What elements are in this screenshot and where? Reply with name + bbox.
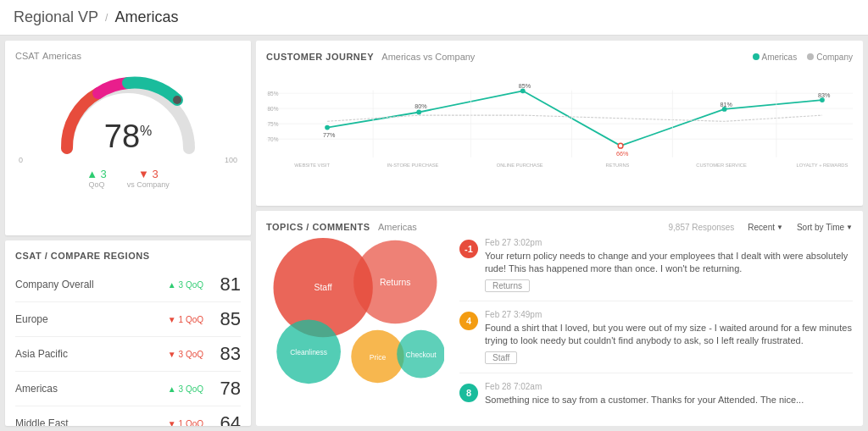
comment-tag[interactable]: Returns bbox=[485, 279, 530, 292]
journey-title: Customer Journey Americas vs Company bbox=[266, 51, 475, 63]
legend-company: Company bbox=[807, 52, 853, 62]
comment-item: 8 Feb 28 7:02am Something nice to say fr… bbox=[459, 382, 853, 416]
region-qoq: ▲ 3 QoQ bbox=[168, 384, 203, 394]
comments-list: -1 Feb 27 3:02pm Your return policy need… bbox=[459, 238, 853, 416]
region-item: Middle East ▼ 1 QoQ 64 bbox=[15, 406, 241, 426]
comment-text: Your return policy needs to change and y… bbox=[485, 250, 853, 276]
comment-body: Feb 27 3:02pm Your return policy needs t… bbox=[485, 238, 853, 292]
csat-title: CSAT Americas bbox=[15, 51, 241, 61]
region-name: Company Overall bbox=[15, 279, 168, 290]
comment-date: Feb 27 3:02pm bbox=[485, 238, 853, 247]
journey-header: Customer Journey Americas vs Company Ame… bbox=[266, 51, 853, 63]
region-score: 81 bbox=[214, 274, 241, 296]
svg-text:66%: 66% bbox=[616, 150, 629, 157]
svg-text:RETURNS: RETURNS bbox=[606, 163, 630, 168]
topics-header: Topics / Comments Americas 9,857 Respons… bbox=[266, 221, 853, 233]
svg-text:80%: 80% bbox=[415, 102, 427, 110]
svg-text:Staff: Staff bbox=[314, 283, 332, 292]
journey-chart: 85% 80% 75% 70% 77% bbox=[266, 66, 853, 185]
csat-region: Americas bbox=[42, 51, 81, 61]
left-column: CSAT Americas bbox=[5, 41, 251, 426]
region-score: 83 bbox=[214, 343, 241, 365]
gauge-container: 78% bbox=[52, 68, 204, 152]
region-item: Americas ▲ 3 QoQ 78 bbox=[15, 372, 241, 406]
svg-text:Cleanliness: Cleanliness bbox=[290, 348, 327, 356]
svg-point-12 bbox=[618, 143, 623, 148]
comment-body: Feb 27 3:49pm Found a shirt that I loved… bbox=[485, 310, 853, 364]
topics-bubbles: Staff Returns Cleanliness Price bbox=[266, 238, 453, 416]
gauge-min: 0 bbox=[19, 156, 23, 164]
region-qoq: ▼ 3 QoQ bbox=[168, 350, 203, 359]
region-list: Company Overall ▲ 3 QoQ 81 Europe ▼ 1 Qo… bbox=[15, 268, 241, 426]
svg-text:85%: 85% bbox=[519, 82, 531, 90]
region-item: Asia Pacific ▼ 3 QoQ 83 bbox=[15, 337, 241, 372]
compare-card: CSAT / Compare Regions Company Overall ▲… bbox=[5, 240, 251, 426]
svg-point-9 bbox=[325, 125, 330, 130]
gauge-stats: ▲ 3 QoQ ▼ 3 vs Company bbox=[15, 168, 241, 189]
page-container: Regional VP / Americas CSAT Americas bbox=[0, 0, 868, 431]
comment-body: Feb 28 7:02am Something nice to say from… bbox=[485, 382, 853, 410]
svg-point-10 bbox=[416, 110, 421, 115]
csat-card: CSAT Americas bbox=[5, 41, 251, 235]
stat-company-label: vs Company bbox=[127, 180, 170, 189]
topics-responses: 9,857 Responses bbox=[668, 223, 734, 232]
region-item: Europe ▼ 1 QoQ 85 bbox=[15, 302, 241, 337]
gauge-value: 78% bbox=[104, 120, 153, 152]
recent-button[interactable]: Recent ▼ bbox=[748, 223, 783, 232]
region-score: 85 bbox=[214, 308, 241, 330]
region-qoq: ▼ 1 QoQ bbox=[168, 419, 203, 427]
gauge-max: 100 bbox=[225, 156, 237, 164]
svg-text:81%: 81% bbox=[721, 101, 733, 108]
stat-qoq: ▲ 3 QoQ bbox=[86, 168, 107, 189]
topics-card: Topics / Comments Americas 9,857 Respons… bbox=[256, 211, 863, 426]
bubble-svg: Staff Returns Cleanliness Price bbox=[266, 238, 444, 386]
comment-score: -1 bbox=[459, 240, 478, 258]
comment-text: Something nice to say from a customer. T… bbox=[485, 394, 853, 406]
svg-text:Checkout: Checkout bbox=[406, 351, 437, 359]
stat-qoq-value: ▲ 3 bbox=[86, 168, 107, 180]
topics-content: Staff Returns Cleanliness Price bbox=[266, 238, 853, 416]
comment-date: Feb 27 3:49pm bbox=[485, 310, 853, 319]
svg-text:IN-STORE PURCHASE: IN-STORE PURCHASE bbox=[387, 163, 439, 168]
svg-text:83%: 83% bbox=[818, 91, 831, 99]
svg-text:WEBSITE VISIT: WEBSITE VISIT bbox=[294, 163, 330, 168]
svg-text:Price: Price bbox=[370, 353, 387, 362]
region-name: Middle East bbox=[15, 417, 168, 426]
stat-company-value: ▼ 3 bbox=[127, 168, 170, 180]
comment-tag[interactable]: Staff bbox=[485, 351, 517, 364]
region-name: Americas bbox=[15, 383, 168, 395]
region-item: Company Overall ▲ 3 QoQ 81 bbox=[15, 268, 241, 302]
header-region: Americas bbox=[114, 8, 178, 26]
region-score: 78 bbox=[214, 378, 241, 400]
svg-point-0 bbox=[173, 96, 181, 104]
region-qoq: ▲ 3 QoQ bbox=[168, 280, 203, 290]
comment-score: 4 bbox=[459, 312, 478, 330]
svg-text:80%: 80% bbox=[267, 106, 278, 112]
region-score: 64 bbox=[214, 412, 241, 426]
comment-item: -1 Feb 27 3:02pm Your return policy need… bbox=[459, 238, 853, 301]
svg-text:CUSTOMER SERVICE: CUSTOMER SERVICE bbox=[696, 163, 747, 168]
region-name: Europe bbox=[15, 313, 168, 325]
page-title: Regional VP bbox=[14, 8, 98, 26]
header: Regional VP / Americas bbox=[0, 0, 868, 36]
gauge-labels: 0 100 bbox=[15, 156, 241, 164]
svg-text:77%: 77% bbox=[323, 131, 336, 139]
sort-time-button[interactable]: Sort by Time ▼ bbox=[797, 223, 853, 232]
svg-text:75%: 75% bbox=[267, 121, 278, 127]
stat-company: ▼ 3 vs Company bbox=[127, 168, 170, 189]
comment-item: 4 Feb 27 3:49pm Found a shirt that I lov… bbox=[459, 310, 853, 373]
svg-text:LOYALTY + REWARDS: LOYALTY + REWARDS bbox=[797, 163, 849, 168]
journey-card: Customer Journey Americas vs Company Ame… bbox=[256, 41, 863, 206]
main-content: CSAT Americas bbox=[0, 36, 868, 431]
journey-legend: Americas Company bbox=[753, 52, 854, 62]
topics-title-group: Topics / Comments Americas bbox=[266, 221, 417, 233]
legend-americas: Americas bbox=[753, 52, 798, 62]
region-qoq: ▼ 1 QoQ bbox=[168, 315, 203, 324]
svg-text:70%: 70% bbox=[267, 136, 278, 142]
comment-date: Feb 28 7:02am bbox=[485, 382, 853, 391]
comment-score: 8 bbox=[459, 384, 478, 402]
region-name: Asia Pacific bbox=[15, 348, 168, 360]
compare-title: CSAT / Compare Regions bbox=[15, 251, 241, 261]
comment-text: Found a shirt that I loved, but you were… bbox=[485, 322, 853, 348]
svg-text:85%: 85% bbox=[267, 91, 278, 97]
